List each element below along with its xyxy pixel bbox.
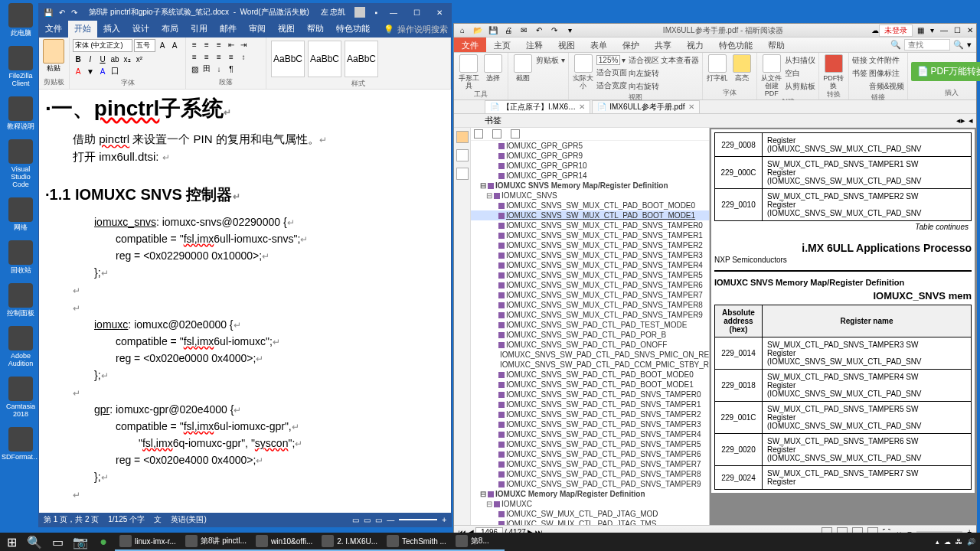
status-lang-icon[interactable]: 文 (154, 514, 162, 525)
search-go-icon[interactable]: 🔍 (953, 40, 964, 50)
taskbar-app[interactable]: win10&offi... (251, 533, 317, 551)
fit-page-button[interactable]: 适合页面 (596, 67, 627, 79)
qat-more-icon[interactable]: ▾ (564, 25, 575, 36)
collapse-icon[interactable]: ⊟ (480, 181, 486, 190)
minimize-icon[interactable]: ▾ (930, 26, 934, 34)
maximize-button[interactable]: ☐ (410, 8, 423, 17)
desktop-icon[interactable]: SDFormat… (3, 427, 38, 461)
system-tray[interactable]: ▴ ☁ 🖧 🔊 (936, 538, 980, 546)
bookmark-item[interactable]: ⊟IOMUXC_SNVS (471, 191, 709, 201)
redo-icon[interactable]: ↷ (71, 8, 77, 17)
style-item[interactable]: AaBbC (271, 41, 305, 77)
collapse-icon[interactable]: ◂▸ (956, 116, 965, 126)
from-file-button[interactable]: 从文件创建PDF (760, 54, 783, 97)
rotate-right-button[interactable]: 向右旋转 (629, 80, 659, 93)
tray-volume-icon[interactable]: 🔊 (967, 538, 975, 546)
bookmark-item[interactable]: IOMUXC_SNVS_SW_PAD_CTL_PAD_SNVS_TAMPER6 (471, 449, 709, 459)
multilevel-icon[interactable]: ≡ (214, 39, 224, 50)
bookmark-item[interactable]: IOMUXC_SNVS_SW_MUX_CTL_PAD_SNVS_TAMPER3 (471, 250, 709, 260)
ribbon-tab[interactable]: 视图 (550, 37, 583, 52)
highlight-icon[interactable]: A (73, 66, 83, 77)
bookmark-item[interactable]: IOMUXC_SNVS_SW_PAD_CTL_PAD_SNVS_TAMPER2 (471, 409, 709, 419)
ribbon-tab[interactable]: 保护 (615, 37, 647, 52)
login-status[interactable]: 未登录 (879, 24, 913, 37)
bookmarks-tab-icon[interactable] (456, 131, 469, 143)
status-words[interactable]: 1/125 个字 (108, 514, 145, 525)
bookmark-item[interactable]: IOMUXC_SNVS_SW_MUX_CTL_PAD_BOOT_MODE0 (471, 201, 709, 210)
desktop-icon[interactable]: 网络 (3, 197, 38, 231)
bookmark-item[interactable]: IOMUXC_SNVS_SW_PAD_CTL_PAD_ONOFF (471, 340, 709, 350)
home-icon[interactable]: ⌂ (457, 25, 468, 36)
bookmark-section[interactable]: ⊟IOMUXC Memory Map/Register Definition (471, 489, 709, 499)
snapshot-button[interactable]: 截图 (511, 54, 534, 82)
line-spacing-icon[interactable]: ↕ (238, 51, 249, 62)
bookmark-item[interactable]: IOMUXC_GPR_GPR9 (471, 151, 709, 161)
strike-icon[interactable]: ab (109, 54, 120, 64)
close-button[interactable]: ✕ (433, 8, 446, 17)
text-effect-icon[interactable]: A (97, 66, 108, 77)
bookmark-item[interactable]: IOMUXC_SNVS_SW_MUX_CTL_PAD_SNVS_TAMPER2 (471, 240, 709, 250)
bookmark-item[interactable]: IOMUXC_SNVS_SW_PAD_CTL_PAD_BOOT_MODE0 (471, 370, 709, 380)
taskview-button[interactable]: ▭ (46, 533, 69, 551)
ribbon-tab[interactable]: 审阅 (243, 21, 272, 37)
bookmark-button[interactable]: 书签 (852, 67, 867, 80)
from-scanner-button[interactable]: 从扫描仪 (785, 54, 815, 67)
align-justify-icon[interactable]: ≡ (226, 51, 237, 62)
numbering-icon[interactable]: ≡ (201, 39, 212, 50)
tray-cloud-icon[interactable]: ☁ (944, 538, 951, 546)
hand-tool-button[interactable]: 手形工具 (457, 54, 480, 90)
ribbon-tab[interactable]: 邮件 (214, 21, 243, 37)
document-tab[interactable]: 📄【正点原子】I.MX6…✕ (485, 100, 590, 114)
bookmark-item[interactable]: IOMUXC_SW_MUX_CTL_PAD_JTAG_TMS (471, 519, 709, 525)
actual-size-button[interactable]: 实际大小 (572, 54, 595, 90)
zoom-in-icon[interactable]: + (442, 516, 446, 524)
desktop-icon[interactable]: 此电脑 (3, 3, 38, 37)
image-annotation-button[interactable]: 图像标注 (869, 67, 905, 80)
bookmark-item[interactable]: IOMUXC_SNVS_SW_MUX_CTL_PAD_SNVS_TAMPER4 (471, 260, 709, 270)
borders-icon[interactable]: 田 (201, 64, 212, 74)
desktop-icon[interactable]: 控制面板 (3, 283, 38, 317)
zoom-slider[interactable] (399, 519, 437, 520)
bookmark-item[interactable]: IOMUXC_SNVS_SW_MUX_CTL_PAD_SNVS_TAMPER7 (471, 290, 709, 300)
bold-icon[interactable]: B (73, 54, 83, 64)
bookmark-item[interactable]: IOMUXC_SNVS_SW_PAD_CTL_PAD_SNVS_TAMPER5 (471, 439, 709, 449)
sort-icon[interactable]: ↓ (214, 64, 224, 74)
bookmark-item[interactable]: IOMUXC_SNVS_SW_PAD_CTL_PAD_SNVS_TAMPER0 (471, 390, 709, 399)
ribbon-tab[interactable]: 引用 (185, 21, 214, 37)
ribbon-tab[interactable]: 插入 (97, 21, 126, 37)
user-avatar-icon[interactable] (354, 7, 365, 18)
ribbon-tab[interactable]: 特色功能 (711, 37, 760, 52)
bookmark-item[interactable]: IOMUXC_SNVS_SW_PAD_CTL_PAD_SNVS_PMIC_ON_… (471, 350, 709, 360)
bookmark-item[interactable]: IOMUXC_SNVS_SW_MUX_CTL_PAD_SNVS_TAMPER1 (471, 230, 709, 240)
pdf-convert-button[interactable]: PDF转换 (822, 54, 845, 90)
bookmark-item[interactable]: IOMUXC_SNVS_SW_PAD_CTL_PAD_CCM_PMIC_STBY… (471, 360, 709, 370)
bookmark-item[interactable]: IOMUXC_SNVS_SW_PAD_CTL_PAD_SNVS_TAMPER9 (471, 479, 709, 489)
bm-del-icon[interactable] (511, 129, 520, 139)
paste-button[interactable]: 粘贴 (42, 39, 65, 73)
maximize-button[interactable]: ☐ (954, 26, 961, 34)
collapse-icon[interactable]: ⊟ (486, 191, 492, 200)
taskbar-app[interactable]: 第8讲 pinctl... (181, 533, 251, 551)
bookmark-item[interactable]: IOMUXC_SNVS_SW_MUX_CTL_PAD_SNVS_TAMPER0 (471, 220, 709, 230)
audio-video-button[interactable]: 音频&视频 (869, 80, 905, 93)
bookmark-item[interactable]: IOMUXC_GPR_GPR5 (471, 141, 709, 151)
fit-width-button[interactable]: 适合宽度 (596, 80, 627, 92)
fit-visible-button[interactable]: 适合视区 (629, 54, 659, 67)
bookmark-item[interactable]: IOMUXC_SNVS_SW_PAD_CTL_PAD_TEST_MODE (471, 320, 709, 330)
align-right-icon[interactable]: ≡ (214, 51, 224, 62)
typewriter-button[interactable]: 打字机 (706, 54, 729, 82)
bm-expand-icon[interactable] (474, 129, 483, 139)
desktop-icon[interactable]: 教程说明 (3, 96, 38, 130)
close-tab-icon[interactable]: ✕ (688, 103, 694, 111)
bookmark-item[interactable]: IOMUXC_GPR_GPR14 (471, 171, 709, 181)
attachments-tab-icon[interactable] (456, 168, 469, 180)
document-tab[interactable]: 📄IMX6ULL参考手册.pdf✕ (592, 100, 699, 114)
view-read-icon[interactable]: ▭ (352, 516, 359, 524)
sub-icon[interactable]: x₂ (122, 54, 132, 64)
clipboard-dropdown[interactable]: 剪贴板 ▾ (536, 54, 565, 67)
panel-toggle-icon[interactable]: ◂ (969, 116, 973, 126)
email-icon[interactable]: ✉ (518, 25, 529, 36)
sup-icon[interactable]: x² (134, 54, 145, 64)
search-input[interactable] (904, 39, 950, 51)
desktop-icon[interactable]: Visual Studio Code (3, 139, 38, 188)
